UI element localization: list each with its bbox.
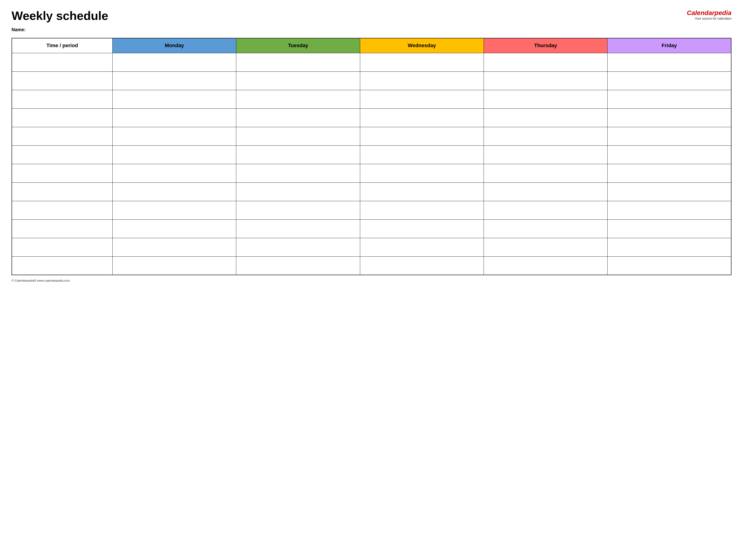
cell-row2-thursday[interactable] — [484, 90, 607, 109]
page-header: Weekly schedule Calendarpedia Your sourc… — [11, 9, 732, 23]
cell-row11-thursday[interactable] — [484, 256, 607, 275]
cell-row9-tuesday[interactable] — [236, 219, 360, 238]
cell-row1-thursday[interactable] — [484, 72, 607, 90]
cell-row10-time[interactable] — [12, 238, 113, 256]
cell-row2-monday[interactable] — [113, 90, 236, 109]
cell-row5-wednesday[interactable] — [360, 145, 484, 164]
cell-row4-time[interactable] — [12, 127, 113, 145]
cell-row6-wednesday[interactable] — [360, 164, 484, 182]
cell-row8-wednesday[interactable] — [360, 201, 484, 219]
cell-row4-wednesday[interactable] — [360, 127, 484, 145]
col-header-friday: Friday — [608, 38, 731, 53]
col-header-thursday: Thursday — [484, 38, 607, 53]
cell-row4-friday[interactable] — [608, 127, 731, 145]
cell-row1-time[interactable] — [12, 72, 113, 90]
table-row — [12, 256, 731, 275]
cell-row8-tuesday[interactable] — [236, 201, 360, 219]
logo-text: Calendarpedia — [687, 9, 732, 17]
cell-row5-time[interactable] — [12, 145, 113, 164]
cell-row11-wednesday[interactable] — [360, 256, 484, 275]
cell-row5-monday[interactable] — [113, 145, 236, 164]
cell-row4-thursday[interactable] — [484, 127, 607, 145]
cell-row9-time[interactable] — [12, 219, 113, 238]
table-row — [12, 201, 731, 219]
logo-suffix: pedia — [714, 9, 732, 16]
cell-row1-tuesday[interactable] — [236, 72, 360, 90]
cell-row10-thursday[interactable] — [484, 238, 607, 256]
cell-row9-thursday[interactable] — [484, 219, 607, 238]
cell-row6-friday[interactable] — [608, 164, 731, 182]
col-header-monday: Monday — [113, 38, 236, 53]
cell-row8-thursday[interactable] — [484, 201, 607, 219]
cell-row11-tuesday[interactable] — [236, 256, 360, 275]
cell-row11-monday[interactable] — [113, 256, 236, 275]
cell-row6-tuesday[interactable] — [236, 164, 360, 182]
table-row — [12, 127, 731, 145]
table-row — [12, 164, 731, 182]
cell-row2-tuesday[interactable] — [236, 90, 360, 109]
table-row — [12, 90, 731, 109]
cell-row10-wednesday[interactable] — [360, 238, 484, 256]
footer: © Calendarpedia® www.calendarpedia.com — [11, 279, 732, 282]
cell-row7-wednesday[interactable] — [360, 182, 484, 201]
cell-row9-wednesday[interactable] — [360, 219, 484, 238]
page-title: Weekly schedule — [11, 9, 108, 23]
cell-row8-monday[interactable] — [113, 201, 236, 219]
cell-row6-time[interactable] — [12, 164, 113, 182]
cell-row0-wednesday[interactable] — [360, 53, 484, 72]
cell-row3-time[interactable] — [12, 109, 113, 127]
cell-row11-friday[interactable] — [608, 256, 731, 275]
cell-row9-friday[interactable] — [608, 219, 731, 238]
table-row — [12, 182, 731, 201]
cell-row11-time[interactable] — [12, 256, 113, 275]
cell-row1-wednesday[interactable] — [360, 72, 484, 90]
cell-row5-friday[interactable] — [608, 145, 731, 164]
table-row — [12, 53, 731, 72]
cell-row3-wednesday[interactable] — [360, 109, 484, 127]
cell-row1-friday[interactable] — [608, 72, 731, 90]
schedule-table: Time / period Monday Tuesday Wednesday T… — [11, 38, 732, 275]
cell-row1-monday[interactable] — [113, 72, 236, 90]
cell-row10-monday[interactable] — [113, 238, 236, 256]
cell-row10-tuesday[interactable] — [236, 238, 360, 256]
logo-tagline: Your source for calendars — [687, 17, 732, 20]
cell-row3-monday[interactable] — [113, 109, 236, 127]
cell-row8-time[interactable] — [12, 201, 113, 219]
cell-row0-friday[interactable] — [608, 53, 731, 72]
cell-row10-friday[interactable] — [608, 238, 731, 256]
cell-row0-monday[interactable] — [113, 53, 236, 72]
cell-row6-monday[interactable] — [113, 164, 236, 182]
cell-row4-monday[interactable] — [113, 127, 236, 145]
logo-prefix: Calendar — [687, 9, 714, 16]
header-row: Time / period Monday Tuesday Wednesday T… — [12, 38, 731, 53]
cell-row0-thursday[interactable] — [484, 53, 607, 72]
cell-row8-friday[interactable] — [608, 201, 731, 219]
col-header-wednesday: Wednesday — [360, 38, 484, 53]
cell-row0-time[interactable] — [12, 53, 113, 72]
cell-row7-tuesday[interactable] — [236, 182, 360, 201]
cell-row3-friday[interactable] — [608, 109, 731, 127]
cell-row3-tuesday[interactable] — [236, 109, 360, 127]
cell-row3-thursday[interactable] — [484, 109, 607, 127]
cell-row5-tuesday[interactable] — [236, 145, 360, 164]
cell-row9-monday[interactable] — [113, 219, 236, 238]
table-row — [12, 238, 731, 256]
cell-row5-thursday[interactable] — [484, 145, 607, 164]
cell-row7-friday[interactable] — [608, 182, 731, 201]
cell-row4-tuesday[interactable] — [236, 127, 360, 145]
table-row — [12, 72, 731, 90]
footer-text: © Calendarpedia® www.calendarpedia.com — [11, 279, 70, 282]
cell-row2-friday[interactable] — [608, 90, 731, 109]
cell-row7-thursday[interactable] — [484, 182, 607, 201]
cell-row0-tuesday[interactable] — [236, 53, 360, 72]
cell-row7-monday[interactable] — [113, 182, 236, 201]
cell-row2-wednesday[interactable] — [360, 90, 484, 109]
cell-row2-time[interactable] — [12, 90, 113, 109]
col-header-tuesday: Tuesday — [236, 38, 360, 53]
logo: Calendarpedia Your source for calendars — [687, 9, 732, 20]
table-row — [12, 109, 731, 127]
name-label: Name: — [11, 27, 26, 32]
col-header-time: Time / period — [12, 38, 113, 53]
cell-row6-thursday[interactable] — [484, 164, 607, 182]
cell-row7-time[interactable] — [12, 182, 113, 201]
